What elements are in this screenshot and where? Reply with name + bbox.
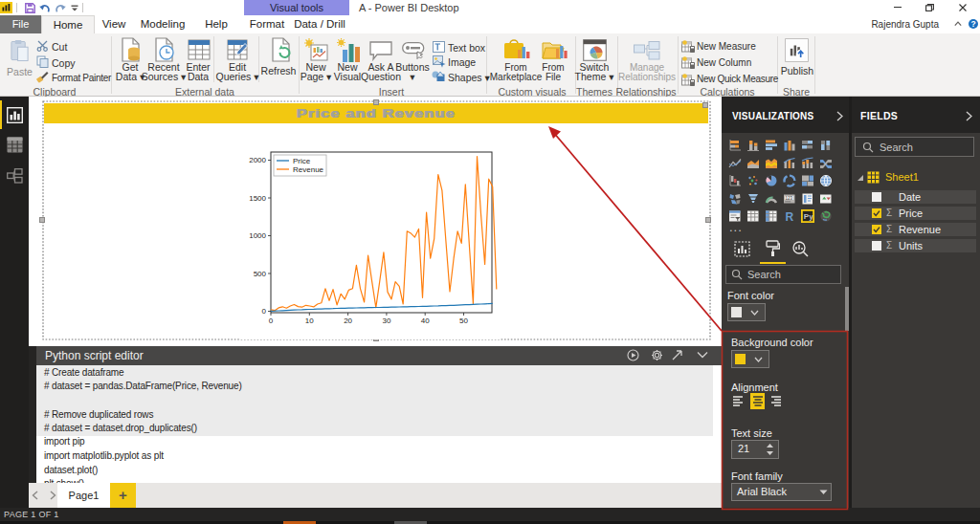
svg-text:Price: Price	[293, 157, 311, 165]
svg-text:123: 123	[786, 195, 793, 200]
svg-text:1500: 1500	[249, 194, 266, 203]
svg-text:Py: Py	[804, 212, 813, 221]
svg-text:50: 50	[459, 317, 468, 325]
svg-text:Revenue: Revenue	[293, 165, 324, 174]
svg-text:30: 30	[382, 317, 390, 325]
svg-text:1000: 1000	[249, 231, 266, 240]
svg-text:2000: 2000	[249, 156, 266, 164]
svg-text:20: 20	[344, 317, 352, 325]
svg-text:0: 0	[269, 317, 274, 325]
svg-text:40: 40	[421, 317, 430, 325]
svg-text:500: 500	[254, 270, 267, 278]
svg-text:R: R	[786, 210, 794, 224]
svg-text:0: 0	[262, 307, 267, 316]
svg-text:10: 10	[305, 317, 314, 325]
